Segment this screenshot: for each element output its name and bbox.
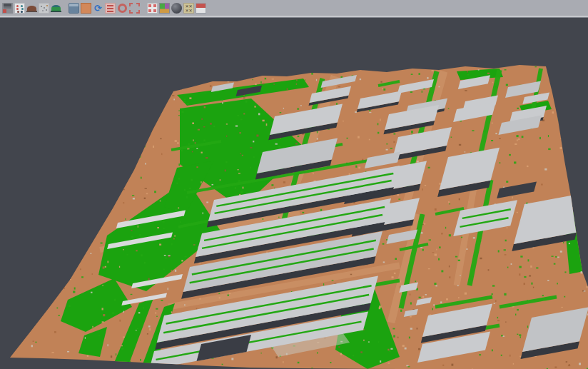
red-brackets-icon[interactable] bbox=[129, 3, 140, 14]
volume-cube-icon[interactable] bbox=[69, 3, 79, 14]
red-list-icon[interactable] bbox=[105, 3, 116, 14]
sync-globe-icon[interactable] bbox=[93, 3, 103, 14]
mesh-sphere-icon[interactable] bbox=[171, 3, 182, 14]
ortho-square-icon[interactable] bbox=[81, 3, 91, 14]
terrain-brown-icon[interactable] bbox=[26, 3, 37, 14]
application-window bbox=[0, 0, 588, 369]
class-colors-icon[interactable] bbox=[159, 3, 170, 14]
viewport-3d[interactable] bbox=[0, 18, 588, 369]
palette-layers-icon[interactable] bbox=[2, 3, 13, 14]
point-classes-icon[interactable] bbox=[14, 3, 25, 14]
table-clear-icon[interactable] bbox=[183, 3, 194, 14]
toolbar bbox=[0, 0, 588, 16]
red-card-icon[interactable] bbox=[196, 3, 206, 14]
red-ring-icon[interactable] bbox=[118, 4, 127, 13]
toolbar-edge-shadow bbox=[0, 17, 588, 18]
sparse-points-icon[interactable] bbox=[39, 3, 49, 14]
red-matrix-icon[interactable] bbox=[147, 3, 158, 14]
terrain-green-icon[interactable] bbox=[51, 3, 61, 14]
